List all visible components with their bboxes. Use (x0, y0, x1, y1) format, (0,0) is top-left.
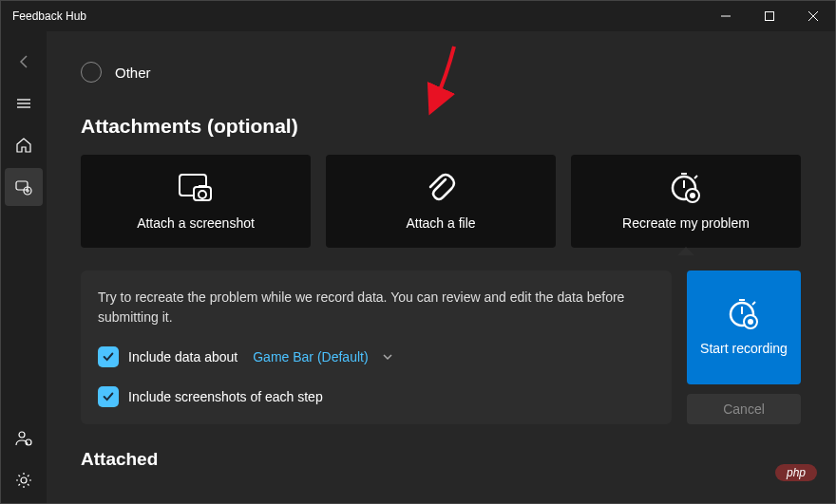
record-icon (669, 172, 703, 204)
sidebar-home[interactable] (5, 126, 43, 164)
hamburger-icon (16, 96, 31, 111)
titlebar: Feedback Hub (1, 1, 835, 31)
card-label: Recreate my problem (622, 215, 750, 231)
card-label: Attach a file (406, 215, 475, 231)
sidebar-account[interactable] (5, 420, 43, 457)
radio-icon (81, 62, 102, 83)
recreate-instructions-panel: Try to recreate the problem while we rec… (81, 271, 672, 424)
radio-label: Other (115, 65, 151, 81)
svg-point-13 (21, 477, 27, 483)
attach-screenshot-card[interactable]: Attach a screenshot (81, 155, 311, 248)
card-label: Attach a screenshot (137, 215, 255, 231)
back-button[interactable] (5, 43, 43, 81)
attachments-heading: Attachments (optional) (81, 115, 801, 138)
close-button[interactable] (791, 1, 835, 31)
include-data-label: Include data about (128, 349, 238, 364)
include-data-checkbox[interactable] (98, 346, 119, 367)
svg-point-21 (690, 193, 695, 198)
menu-button[interactable] (5, 84, 43, 122)
recreate-description: Try to recreate the problem while we rec… (98, 288, 655, 327)
tooltip-arrow (677, 247, 694, 255)
include-screenshots-checkbox[interactable] (98, 386, 119, 407)
window-controls (704, 1, 835, 31)
watermark: php (775, 464, 817, 481)
recreate-problem-card[interactable]: Recreate my problem (571, 155, 801, 248)
start-recording-label: Start recording (700, 340, 788, 357)
svg-point-11 (19, 432, 25, 438)
include-screenshots-label: Include screenshots of each step (128, 389, 323, 404)
radio-option-other[interactable]: Other (81, 62, 801, 83)
record-icon (727, 298, 761, 330)
minimize-button[interactable] (704, 1, 748, 31)
feedback-icon (15, 178, 32, 196)
svg-rect-1 (766, 12, 774, 21)
paperclip-icon (425, 172, 457, 204)
maximize-button[interactable] (748, 1, 791, 31)
cancel-label: Cancel (723, 401, 765, 417)
gear-icon (15, 472, 32, 489)
svg-rect-17 (199, 185, 206, 188)
person-icon (15, 430, 32, 447)
close-icon (808, 11, 818, 21)
app-selector-dropdown[interactable]: Game Bar (Default) (253, 349, 392, 364)
content-area: Other Attachments (optional) Attach a sc… (47, 31, 835, 503)
sidebar-settings[interactable] (5, 461, 43, 499)
check-icon (102, 350, 115, 364)
maximize-icon (765, 11, 774, 21)
attach-file-card[interactable]: Attach a file (326, 155, 556, 248)
app-title: Feedback Hub (12, 9, 86, 23)
attached-heading: Attached (81, 449, 801, 470)
cancel-button[interactable]: Cancel (687, 394, 801, 424)
svg-rect-7 (16, 181, 28, 190)
screenshot-icon (177, 172, 215, 204)
check-icon (102, 390, 115, 403)
selected-app: Game Bar (Default) (253, 349, 368, 364)
chevron-down-icon (382, 351, 393, 363)
sidebar (1, 31, 47, 503)
back-arrow-icon (16, 54, 31, 69)
svg-point-25 (748, 319, 753, 325)
minimize-icon (721, 11, 731, 21)
start-recording-button[interactable]: Start recording (687, 271, 801, 384)
sidebar-feedback[interactable] (5, 168, 43, 206)
home-icon (15, 137, 32, 154)
